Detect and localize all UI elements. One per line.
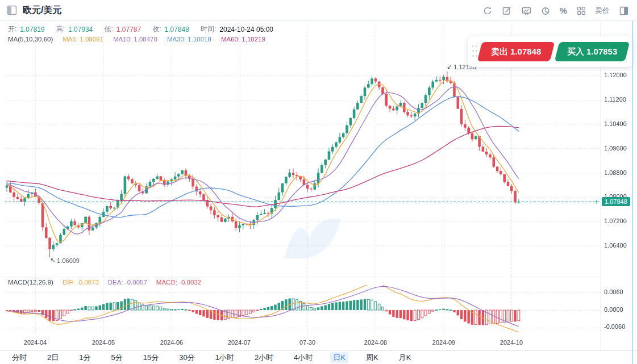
tf-1d[interactable]: 日K: [330, 352, 348, 363]
date-tick: 2024-08: [364, 339, 387, 346]
ohlc-legend: 开: 1.07819 高: 1.07934 低: 1.07787 收: 1.07…: [8, 24, 273, 34]
price-tick: 1.08800: [604, 169, 627, 176]
high-label: 高:: [56, 24, 65, 34]
header: 欧元/美元 % 卖价: [0, 0, 637, 21]
arrow-down-left-icon: ↙: [447, 63, 452, 70]
price-tick: 1.09600: [604, 145, 627, 152]
macd-value: MACD: -0.0032: [156, 279, 201, 286]
tf-1mo[interactable]: 月K: [396, 352, 414, 363]
price-tick: 1.12000: [604, 72, 627, 78]
instrument-panel-icon[interactable]: [7, 5, 17, 15]
price-tick: 1.06400: [604, 242, 627, 249]
page-title: 欧元/美元: [23, 5, 61, 16]
macd-tick: 0.0000: [604, 306, 623, 313]
drag-handle[interactable]: [472, 45, 478, 58]
tf-2h[interactable]: 2小时: [252, 352, 276, 363]
low-label: 低:: [104, 24, 113, 34]
time-value: 2024-10-24 05:00: [219, 26, 273, 34]
ma60-value: MA60: 1.10219: [221, 36, 265, 43]
ma30-value: MA30: 1.10018: [167, 36, 211, 43]
price-tick: 1.07200: [604, 217, 627, 224]
open-label: 开:: [8, 24, 16, 34]
sell-button[interactable]: 卖出 1.07848: [477, 42, 555, 61]
sell-price-toggle[interactable]: 卖价: [595, 6, 610, 16]
ma10-value: MA10: 1.08470: [113, 36, 157, 43]
macd-legend: MACD(12,26,9) DIF: -0.0073 DEA: -0.0057 …: [8, 279, 201, 286]
ma-legend: MA(5,10,30,60) MA5: 1.08091 MA10: 1.0847…: [8, 36, 265, 43]
current-price-badge: 1.07848: [602, 197, 630, 206]
low-annotation: ↖ 1.06009: [50, 257, 80, 264]
chart-board-icon[interactable]: [521, 5, 532, 16]
date-tick: 2024-07: [228, 339, 251, 346]
low-value: 1.07787: [116, 26, 141, 34]
trading-app: 欧元/美元 % 卖价 开: 1.07819: [0, 0, 637, 364]
tf-2d[interactable]: 2日: [44, 352, 61, 363]
tf-30m[interactable]: 30分: [176, 352, 197, 363]
tf-4h[interactable]: 4小时: [291, 352, 315, 363]
open-value: 1.07819: [20, 26, 44, 34]
tf-1h[interactable]: 1小时: [213, 352, 237, 363]
macd-tick: -0.0060: [604, 323, 625, 330]
time-label: 时间:: [201, 24, 216, 34]
macd-title: MACD(12,26,9): [8, 279, 53, 286]
panel-split-icon[interactable]: [618, 5, 629, 16]
low-annotation-value: 1.06009: [57, 257, 80, 264]
date-tick: 2024-09: [432, 339, 455, 346]
percent-icon[interactable]: %: [560, 6, 567, 15]
draw-tools-icon[interactable]: [502, 5, 513, 16]
dea-value: DEA: -0.0057: [108, 279, 147, 286]
right-scroll-border: [632, 21, 633, 364]
date-tick: 07-30: [299, 339, 315, 346]
buy-button[interactable]: 买入 1.07853: [555, 42, 630, 61]
dif-value: DIF: -0.0073: [63, 279, 99, 286]
close-label: 收:: [152, 24, 161, 34]
date-tick: 2024-10: [500, 339, 523, 346]
layout-grid-icon[interactable]: [576, 5, 586, 16]
pie-chart-icon[interactable]: [540, 5, 551, 16]
tf-1w[interactable]: 周K: [363, 352, 381, 363]
refresh-icon[interactable]: [482, 5, 493, 16]
timeframe-bar: 分时 2日 1分 5分 15分 30分 1小时 2小时 4小时 日K 周K 月K: [0, 350, 637, 364]
date-tick: 2024-05: [92, 339, 115, 346]
date-tick: 2024-06: [160, 339, 183, 346]
tf-1m[interactable]: 1分: [76, 352, 93, 363]
macd-tick: 0.0060: [604, 288, 623, 295]
price-tick: 1.11200: [604, 96, 626, 103]
header-toolbar: % 卖价: [482, 0, 629, 21]
tf-fenshi[interactable]: 分时: [9, 352, 30, 363]
ma5-value: MA5: 1.08091: [63, 36, 103, 43]
high-value: 1.07934: [68, 26, 93, 34]
trade-panel: 卖出 1.07848 买入 1.07853: [468, 36, 633, 67]
ma-title: MA(5,10,30,60): [8, 36, 53, 43]
close-value: 1.07848: [165, 26, 189, 34]
price-tick: 1.10400: [604, 120, 627, 127]
arrow-up-left-icon: ↖: [50, 257, 55, 264]
tf-5m[interactable]: 5分: [108, 352, 125, 363]
date-tick: 2024-04: [24, 339, 47, 346]
tf-15m[interactable]: 15分: [140, 352, 161, 363]
